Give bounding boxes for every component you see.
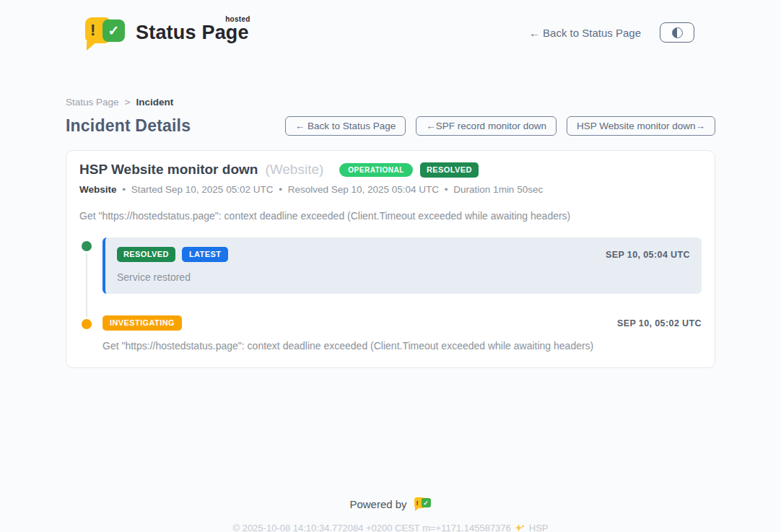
timeline-item-investigating: INVESTIGATING SEP 10, 05:02 UTC Get "htt…: [79, 315, 702, 352]
check-glyph: ✓: [108, 22, 120, 39]
status-page-logo-icon: ! ✓: [85, 16, 127, 49]
meta-component: Website: [79, 184, 117, 195]
theme-toggle-button[interactable]: [660, 22, 694, 43]
powered-by-label: Powered by: [349, 498, 406, 510]
breadcrumb-separator: >: [125, 97, 131, 108]
timeline-timestamp: SEP 10, 05:04 UTC: [606, 250, 690, 260]
nav-back-to-status-page-button[interactable]: ← Back to Status Page: [285, 116, 406, 136]
app-logo: ! ✓ Status Page hosted: [85, 16, 249, 49]
timeline-message: Service restored: [117, 271, 690, 283]
meta-started: Started Sep 10, 2025 05:02 UTC: [131, 184, 274, 195]
header: ! ✓ Status Page hosted ← Back to Status …: [0, 0, 781, 55]
meta-separator: •: [122, 184, 126, 195]
timeline-entry-latest: RESOLVED LATEST SEP 10, 05:04 UTC Servic…: [102, 237, 702, 294]
exclamation-glyph: !: [90, 21, 95, 40]
footer: Powered by ! ✓ © 2025-10-08 14:10:34.772…: [66, 497, 715, 532]
timeline-dot-green-icon: [79, 239, 94, 253]
sparkles-icon: [515, 523, 525, 532]
incident-description: Get "https://hostedstatus.page": context…: [79, 210, 702, 222]
meta-separator: •: [445, 184, 448, 195]
nav-next-incident-button[interactable]: HSP Website monitor down→: [567, 116, 715, 136]
latest-badge: LATEST: [182, 247, 228, 262]
meta-resolved: Resolved Sep 10, 2025 05:04 UTC: [288, 184, 439, 195]
incident-component: (Website): [265, 162, 323, 178]
footer-logo-icon: ! ✓: [414, 497, 432, 511]
brand-superscript: hosted: [225, 15, 250, 23]
incident-title-row: HSP Website monitor down (Website) OPERA…: [79, 162, 702, 178]
meta-duration: Duration 1min 50sec: [453, 184, 543, 195]
timeline-badge-row: INVESTIGATING SEP 10, 05:02 UTC: [102, 315, 702, 331]
incident-meta: Website • Started Sep 10, 2025 05:02 UTC…: [79, 184, 702, 195]
nav-prev-incident-button[interactable]: ←SPF record monitor down: [416, 116, 557, 136]
main-content: Status Page > Incident Incident Details …: [66, 55, 715, 532]
footer-check-icon: ✓: [422, 498, 431, 507]
title-row: Incident Details ← Back to Status Page ←…: [66, 116, 715, 136]
timeline-entry-investigating: INVESTIGATING SEP 10, 05:02 UTC Get "htt…: [102, 315, 702, 352]
timeline-item-resolved: RESOLVED LATEST SEP 10, 05:04 UTC Servic…: [79, 237, 702, 294]
back-to-status-page-link[interactable]: ← Back to Status Page: [529, 27, 641, 39]
resolved-state-badge: RESOLVED: [420, 162, 479, 178]
breadcrumb: Status Page > Incident: [66, 97, 715, 108]
header-actions: ← Back to Status Page: [529, 22, 694, 43]
brand-title: Status Page hosted: [136, 22, 249, 44]
timeline-message: Get "https://hostedstatus.page": context…: [102, 340, 702, 352]
copyright-suffix: HSP: [529, 523, 549, 532]
incident-timeline: RESOLVED LATEST SEP 10, 05:04 UTC Servic…: [79, 237, 702, 352]
incident-card: HSP Website monitor down (Website) OPERA…: [66, 150, 715, 368]
operational-status-badge: OPERATIONAL: [339, 163, 413, 177]
contrast-icon: [672, 27, 683, 38]
copyright-text: © 2025-10-08 14:10:34.772084 +0200 CEST …: [232, 523, 510, 532]
breadcrumb-incident: Incident: [136, 97, 173, 108]
timeline-timestamp: SEP 10, 05:02 UTC: [617, 318, 702, 328]
timeline-badge-row: RESOLVED LATEST SEP 10, 05:04 UTC: [117, 247, 690, 262]
page-title: Incident Details: [66, 116, 191, 136]
resolved-badge: RESOLVED: [117, 247, 175, 262]
meta-separator: •: [279, 184, 282, 195]
copyright-line: © 2025-10-08 14:10:34.772084 +0200 CEST …: [66, 523, 715, 532]
breadcrumb-status-page[interactable]: Status Page: [66, 97, 119, 108]
check-square-icon: ✓: [102, 19, 125, 42]
powered-by-row: Powered by ! ✓: [66, 497, 715, 511]
investigating-badge: INVESTIGATING: [102, 315, 182, 331]
incident-nav-buttons: ← Back to Status Page ←SPF record monito…: [285, 116, 715, 136]
incident-title: HSP Website monitor down: [79, 162, 258, 178]
timeline-dot-orange-icon: [79, 317, 94, 331]
